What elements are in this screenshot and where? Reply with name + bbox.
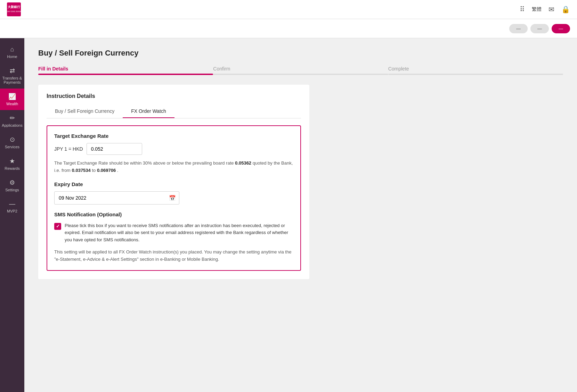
logo-area: 大新銀行 DAH SING BANK <box>7 2 21 16</box>
instruction-details-label: Instruction Details <box>47 93 301 99</box>
svg-text:DAH SING BANK: DAH SING BANK <box>7 10 21 12</box>
expiry-label: Expiry Date <box>54 181 293 187</box>
home-icon: ⌂ <box>10 46 14 53</box>
sms-checkbox-text: Please tick this box if you want to rece… <box>65 222 293 244</box>
sms-checkbox-row: Please tick this box if you want to rece… <box>54 222 293 244</box>
sms-section: SMS Notification (Optional) Please tick … <box>54 211 293 263</box>
message-icon[interactable]: ✉ <box>548 5 554 14</box>
tab-btn-3[interactable]: — <box>552 24 570 33</box>
lock-icon[interactable]: 🔒 <box>561 5 570 14</box>
language-button[interactable]: 繁體 <box>532 6 542 12</box>
hint-board-rate: 0.05362 <box>235 160 251 166</box>
services-icon: ⊙ <box>10 136 15 143</box>
sidebar-item-wealth[interactable]: 📈 Wealth <box>0 89 24 110</box>
instruction-card: Instruction Details Buy / Sell Foreign C… <box>38 85 309 279</box>
hint-text: The Target Exchange Rate should be withi… <box>54 160 293 174</box>
sidebar-label-home: Home <box>7 55 17 59</box>
sidebar-item-mvp2[interactable]: — MVP2 <box>0 196 24 217</box>
step-complete: Complete <box>388 66 563 75</box>
sms-checkbox[interactable] <box>54 223 61 230</box>
sidebar-item-settings[interactable]: ⚙ Settings <box>0 175 24 196</box>
tab-fx-order-watch[interactable]: FX Order Watch <box>123 105 174 118</box>
date-input-wrapper: 📅 <box>54 191 179 205</box>
target-rate-label: Target Exchange Rate <box>54 133 293 139</box>
rate-input[interactable] <box>87 143 142 155</box>
rewards-icon: ★ <box>9 157 15 165</box>
tab-bar: — — — <box>0 19 577 38</box>
sidebar-label-mvp2: MVP2 <box>7 209 17 213</box>
fx-order-watch-box: Target Exchange Rate JPY 1 = HKD The Tar… <box>47 125 301 271</box>
sidebar-item-applications[interactable]: ✏ Applications <box>0 110 24 132</box>
tab-btn-1[interactable]: — <box>509 24 528 33</box>
sidebar-label-wealth: Wealth <box>6 102 18 106</box>
hint-end: . <box>116 168 118 173</box>
hint-text-before: The Target Exchange Rate should be withi… <box>54 160 235 166</box>
transfers-icon: ⇄ <box>10 67 15 75</box>
sidebar-label-services: Services <box>5 145 19 149</box>
hint-from: 0.037534 <box>72 168 91 173</box>
step-bar-1 <box>38 74 213 75</box>
page-title: Buy / Sell Foreign Currency <box>38 49 563 58</box>
setting-note: This setting will be applied to all FX O… <box>54 249 293 263</box>
step-bar-3 <box>388 74 563 75</box>
sidebar-item-rewards[interactable]: ★ Rewards <box>0 153 24 175</box>
apps-icon[interactable]: ⠿ <box>520 5 525 14</box>
hint-to-text: to <box>91 168 97 173</box>
expiry-date-input[interactable] <box>54 191 179 205</box>
bank-logo: 大新銀行 DAH SING BANK <box>7 2 21 16</box>
wealth-icon: 📈 <box>8 93 16 100</box>
applications-icon: ✏ <box>10 114 15 122</box>
sidebar: ⌂ Home ⇄ Transfers & Payments 📈 Wealth ✏… <box>0 38 24 392</box>
rate-row: JPY 1 = HKD <box>54 143 293 155</box>
main-content: Buy / Sell Foreign Currency Fill in Deta… <box>24 38 577 392</box>
hint-to: 0.069706 <box>97 168 116 173</box>
mvp2-icon: — <box>9 200 15 208</box>
sidebar-label-settings: Settings <box>5 188 19 192</box>
rate-prefix: JPY 1 = HKD <box>54 146 83 152</box>
expiry-section: Expiry Date 📅 <box>54 181 293 205</box>
sidebar-item-services[interactable]: ⊙ Services <box>0 132 24 153</box>
sidebar-item-home[interactable]: ⌂ Home <box>0 42 24 63</box>
app-header: 大新銀行 DAH SING BANK ⠿ 繁體 ✉ 🔒 <box>0 0 577 19</box>
sms-title: SMS Notification (Optional) <box>54 211 293 217</box>
step-label-1: Fill in Details <box>38 66 68 72</box>
tab-btn-2[interactable]: — <box>530 24 549 33</box>
sidebar-label-rewards: Rewards <box>5 166 19 170</box>
sidebar-label-applications: Applications <box>2 123 22 127</box>
inner-tabs: Buy / Sell Foreign Currency FX Order Wat… <box>47 105 301 118</box>
svg-rect-0 <box>7 2 21 16</box>
svg-text:大新銀行: 大新銀行 <box>7 5 21 9</box>
main-layout: ⌂ Home ⇄ Transfers & Payments 📈 Wealth ✏… <box>0 38 577 392</box>
tab-buy-sell[interactable]: Buy / Sell Foreign Currency <box>47 105 123 118</box>
sidebar-label-transfers: Transfers & Payments <box>1 76 23 84</box>
step-label-2: Confirm <box>213 66 230 72</box>
header-right: ⠿ 繁體 ✉ 🔒 <box>520 5 570 14</box>
sidebar-item-transfers[interactable]: ⇄ Transfers & Payments <box>0 63 24 89</box>
step-fill-in-details: Fill in Details <box>38 66 213 75</box>
step-confirm: Confirm <box>213 66 388 75</box>
step-bar-2 <box>213 74 388 75</box>
settings-icon: ⚙ <box>9 179 15 186</box>
step-label-3: Complete <box>388 66 409 72</box>
progress-steps: Fill in Details Confirm Complete <box>38 66 563 75</box>
